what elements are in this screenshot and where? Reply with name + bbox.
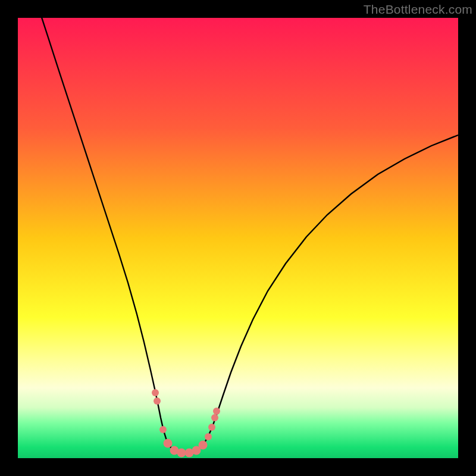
marker-dot <box>164 439 173 448</box>
marker-dot <box>213 408 220 415</box>
marker-dot <box>154 397 161 405</box>
marker-dot <box>205 433 212 440</box>
marker-dot <box>159 426 167 433</box>
chart-frame: TheBottleneck.com <box>0 0 476 476</box>
marker-dot <box>177 449 186 458</box>
watermark-text: TheBottleneck.com <box>364 2 472 17</box>
gradient-background <box>18 18 458 458</box>
marker-dot <box>152 389 159 396</box>
marker-dot <box>211 414 218 421</box>
plot-area <box>18 18 458 458</box>
marker-dot <box>208 424 215 431</box>
chart-svg <box>18 18 458 458</box>
marker-dot <box>199 441 208 450</box>
